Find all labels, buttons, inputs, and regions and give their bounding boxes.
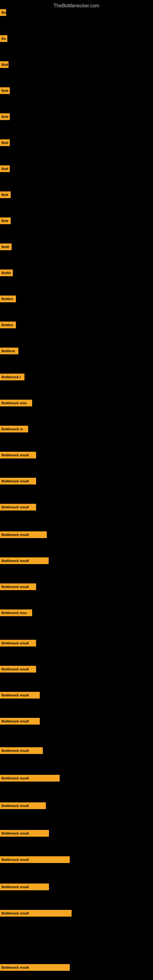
bottleneck-label: Bottleneck result [0, 910, 72, 916]
list-item: Bottleneck resu [0, 609, 32, 617]
bottleneck-label: Bottleneck r [0, 374, 24, 380]
bottleneck-label: Bottleneck result [0, 640, 36, 646]
bottleneck-label: Bottleneck result [0, 666, 36, 673]
bottleneck-label: Bottleneck re [0, 426, 28, 433]
bottleneck-label: Bottleneck result [0, 883, 49, 890]
list-item: Bott [0, 139, 10, 147]
list-item: Bottleneck resu [0, 400, 32, 407]
list-item: Bottleneck result [0, 718, 40, 726]
bottleneck-label: Bott [0, 191, 11, 198]
bottleneck-label: Bott [0, 113, 10, 120]
list-item: Bottl [0, 243, 12, 251]
bottleneck-label: Bottl [0, 243, 12, 250]
bottleneck-label: Bottleneck result [0, 718, 40, 725]
list-item: Bottleneck result [0, 856, 70, 864]
bottleneck-label: Bottleneck result [0, 830, 49, 837]
bottleneck-label: Bottleneck resu [0, 400, 32, 406]
list-item: Bottlen [0, 296, 16, 304]
list-item: Bottleneck result [0, 964, 70, 972]
bottleneck-label: Bottleneck result [0, 557, 49, 564]
list-item: Bottle [0, 269, 13, 277]
bottleneck-label: Bott [0, 139, 10, 146]
list-item: Bott [0, 87, 10, 95]
bottleneck-label: Bottleneck resu [0, 609, 32, 616]
bottleneck-label: Bottleneck result [0, 747, 43, 754]
list-item: Bottleneck result [0, 692, 40, 700]
list-item: Bottleneck result [0, 747, 43, 755]
bottleneck-label: Bo [0, 35, 7, 42]
bottleneck-label: Bottlen [0, 321, 16, 328]
bottleneck-label: Bottleneck result [0, 964, 70, 971]
list-item: Bo [0, 35, 7, 43]
list-item: Bottleneck result [0, 531, 47, 539]
bottleneck-label: Bo [0, 9, 6, 16]
list-item: Bottleneck result [0, 452, 36, 460]
list-item: Bottleneck result [0, 830, 49, 838]
list-item: Bottleneck result [0, 883, 49, 891]
bottleneck-label: Bottleneck result [0, 452, 36, 458]
site-title: TheBottlenecker.com [0, 1, 153, 10]
list-item: Bottleneck re [0, 426, 28, 434]
bottleneck-label: Bott [0, 87, 10, 94]
list-item: Bottleneck result [0, 557, 49, 565]
list-item: Bottleneck result [0, 478, 36, 486]
bottleneck-label: Bottleneck result [0, 478, 36, 485]
bottleneck-label: Bott [0, 61, 9, 68]
list-item: Bottlen [0, 321, 16, 329]
list-item: Bottleneck r [0, 374, 24, 382]
bottleneck-label: Bott [0, 165, 10, 172]
list-item: Bottleneck result [0, 775, 60, 783]
list-item: Bott [0, 218, 11, 225]
list-item: Bo [0, 9, 6, 17]
list-item: Bottleneck result [0, 910, 72, 918]
bottleneck-label: Bottle [0, 269, 13, 276]
list-item: Bottleneck result [0, 640, 36, 648]
bottleneck-label: Bott [0, 218, 11, 224]
list-item: Bottleneck result [0, 666, 36, 674]
rows-container: BoBoBottBottBottBottBottBottBottBottlBot… [0, 9, 153, 980]
list-item: Bottleneck result [0, 504, 36, 512]
bottleneck-label: Bottleneck result [0, 802, 46, 809]
bottleneck-label: Bottlene [0, 348, 18, 354]
list-item: Bott [0, 191, 11, 199]
list-item: Bottlene [0, 348, 18, 356]
list-item: Bottleneck result [0, 584, 36, 591]
bottleneck-label: Bottleneck result [0, 775, 60, 781]
bottleneck-label: Bottleneck result [0, 584, 36, 590]
list-item: Bott [0, 61, 9, 69]
bottleneck-label: Bottleneck result [0, 504, 36, 511]
list-item: Bott [0, 165, 10, 173]
list-item: Bott [0, 113, 10, 121]
bottleneck-label: Bottleneck result [0, 531, 47, 538]
bottleneck-label: Bottleneck result [0, 856, 70, 863]
list-item: Bottleneck result [0, 802, 46, 810]
bottleneck-label: Bottlen [0, 296, 16, 302]
bottleneck-label: Bottleneck result [0, 692, 40, 698]
